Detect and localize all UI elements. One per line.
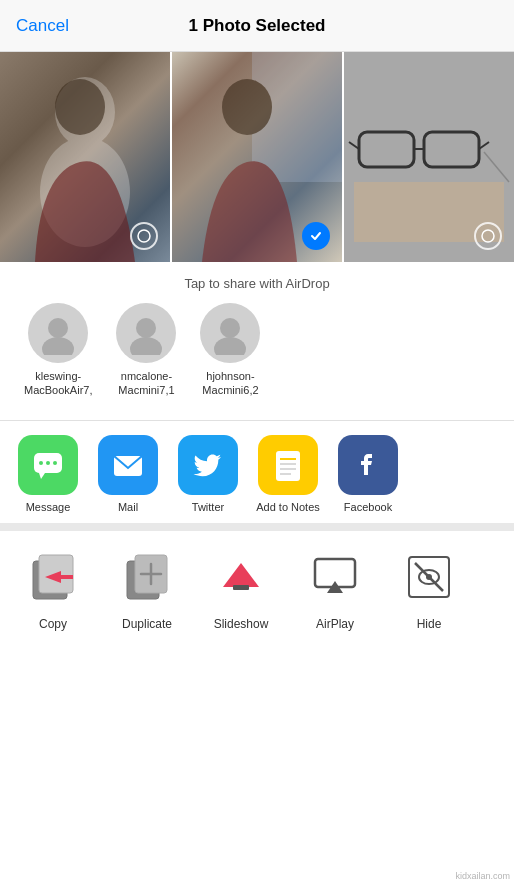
share-item-notes[interactable]: Add to Notes — [252, 435, 324, 513]
share-item-message[interactable]: Message — [12, 435, 84, 513]
contact-avatar-3 — [200, 303, 260, 363]
svg-marker-22 — [39, 473, 45, 479]
photo-2-checkmark[interactable] — [302, 222, 330, 250]
photo-2[interactable] — [172, 52, 344, 262]
share-item-twitter[interactable]: Twitter — [172, 435, 244, 513]
header: Cancel 1 Photo Selected — [0, 0, 514, 52]
action-item-airplay[interactable]: AirPlay — [290, 545, 380, 631]
airplay-icon — [303, 545, 367, 609]
svg-rect-27 — [276, 451, 300, 481]
svg-point-23 — [39, 461, 43, 465]
share-item-mail[interactable]: Mail — [92, 435, 164, 513]
contact-avatar-2 — [116, 303, 176, 363]
action-row: Copy Duplicate Slideshow — [0, 531, 514, 641]
airdrop-contact-3[interactable]: hjohnson-Macmini6,2 — [200, 303, 260, 398]
svg-rect-40 — [233, 585, 249, 590]
share-label-notes: Add to Notes — [256, 501, 320, 513]
action-label-airplay: AirPlay — [316, 617, 354, 631]
airdrop-contacts: kleswing-MacBookAir7, nmcalone-Macmini7,… — [16, 303, 498, 398]
action-item-slideshow[interactable]: Slideshow — [196, 545, 286, 631]
contact-name-2: nmcalone-Macmini7,1 — [118, 369, 174, 398]
svg-point-5 — [222, 79, 272, 135]
svg-point-18 — [130, 337, 162, 355]
watermark: kidxailan.com — [451, 869, 514, 883]
contact-name-3: hjohnson-Macmini6,2 — [202, 369, 258, 398]
duplicate-icon — [115, 545, 179, 609]
action-label-slideshow: Slideshow — [214, 617, 269, 631]
slideshow-icon — [209, 545, 273, 609]
contact-name-1: kleswing-MacBookAir7, — [24, 369, 92, 398]
message-icon — [18, 435, 78, 495]
photo-3-checkmark[interactable] — [474, 222, 502, 250]
action-item-hide[interactable]: Hide — [384, 545, 474, 631]
svg-point-20 — [214, 337, 246, 355]
share-item-facebook[interactable]: Facebook — [332, 435, 404, 513]
hide-icon — [397, 545, 461, 609]
airdrop-label: Tap to share with AirDrop — [16, 276, 498, 291]
photo-1[interactable] — [0, 52, 172, 262]
svg-point-17 — [136, 318, 156, 338]
mail-icon — [98, 435, 158, 495]
svg-point-2 — [55, 79, 105, 135]
svg-point-15 — [48, 318, 68, 338]
svg-point-24 — [46, 461, 50, 465]
copy-icon — [21, 545, 85, 609]
notes-icon — [258, 435, 318, 495]
action-item-copy[interactable]: Copy — [8, 545, 98, 631]
action-item-duplicate[interactable]: Duplicate — [102, 545, 192, 631]
photo-grid — [0, 52, 514, 262]
share-label-message: Message — [26, 501, 71, 513]
svg-point-25 — [53, 461, 57, 465]
svg-point-19 — [220, 318, 240, 338]
share-row: Message Mail Twitter Ad — [0, 421, 514, 523]
action-label-duplicate: Duplicate — [122, 617, 172, 631]
cancel-button[interactable]: Cancel — [16, 16, 69, 36]
svg-point-46 — [426, 574, 432, 580]
airdrop-section: Tap to share with AirDrop kleswing-MacBo… — [0, 262, 514, 408]
svg-point-16 — [42, 337, 74, 355]
share-label-twitter: Twitter — [192, 501, 224, 513]
airdrop-contact-2[interactable]: nmcalone-Macmini7,1 — [116, 303, 176, 398]
airdrop-contact-1[interactable]: kleswing-MacBookAir7, — [24, 303, 92, 398]
facebook-icon — [338, 435, 398, 495]
contact-avatar-1 — [28, 303, 88, 363]
svg-point-3 — [138, 230, 150, 242]
photo-1-checkmark[interactable] — [130, 222, 158, 250]
svg-point-14 — [482, 230, 494, 242]
action-label-copy: Copy — [39, 617, 67, 631]
divider-2 — [0, 523, 514, 531]
action-label-hide: Hide — [417, 617, 442, 631]
twitter-icon — [178, 435, 238, 495]
share-label-mail: Mail — [118, 501, 138, 513]
photo-3[interactable] — [344, 52, 514, 262]
share-label-facebook: Facebook — [344, 501, 392, 513]
page-title: 1 Photo Selected — [189, 16, 326, 36]
svg-marker-39 — [223, 563, 259, 587]
